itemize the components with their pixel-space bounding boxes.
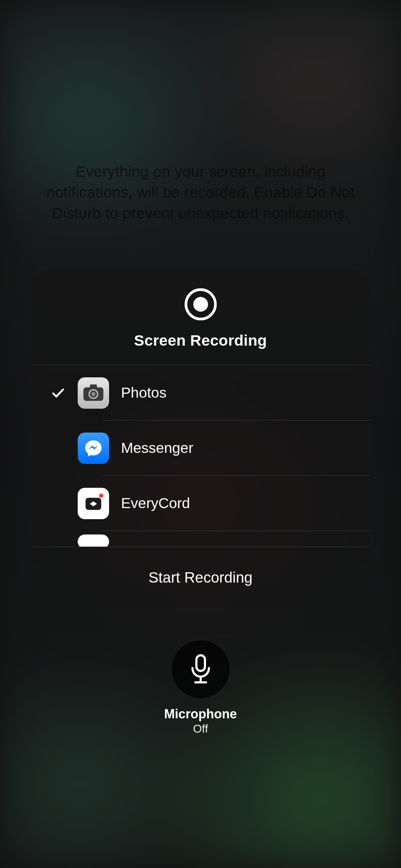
photos-app-icon (78, 377, 109, 409)
svg-point-5 (91, 392, 96, 396)
app-row-more[interactable] (31, 531, 370, 547)
microphone-icon (189, 653, 212, 685)
panel-title: Screen Recording (134, 332, 267, 349)
microphone-section: Microphone Off (164, 640, 237, 735)
microphone-state: Off (193, 722, 208, 735)
app-row-photos[interactable]: Photos (31, 365, 370, 420)
everycord-app-icon (78, 488, 109, 519)
screen-recording-panel: Screen Recording Photos (31, 270, 370, 608)
svg-rect-8 (196, 655, 205, 671)
recording-disclaimer: Everything on your screen, including not… (44, 161, 358, 223)
microphone-toggle-button[interactable] (172, 640, 230, 698)
start-recording-button[interactable]: Start Recording (31, 547, 370, 608)
checkmark-icon (42, 386, 74, 400)
app-label: EveryCord (121, 495, 190, 512)
record-icon (184, 288, 217, 321)
screen-recording-sheet: Everything on your screen, including not… (0, 0, 401, 868)
microphone-label: Microphone (164, 707, 237, 722)
app-destination-list[interactable]: Photos Messenger (31, 365, 370, 547)
app-row-messenger[interactable]: Messenger (31, 420, 370, 476)
svg-point-1 (193, 297, 208, 312)
next-app-icon-peek (78, 534, 109, 547)
app-row-everycord[interactable]: EveryCord (31, 476, 370, 531)
start-recording-label: Start Recording (149, 569, 253, 586)
app-label: Photos (121, 384, 167, 401)
app-label: Messenger (121, 440, 194, 456)
messenger-app-icon (78, 433, 109, 464)
svg-point-6 (99, 494, 103, 498)
svg-rect-3 (90, 384, 97, 388)
panel-header: Screen Recording (31, 270, 370, 365)
